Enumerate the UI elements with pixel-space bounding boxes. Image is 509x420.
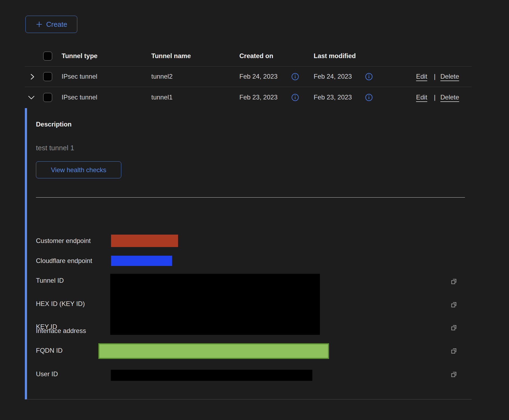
tunnel-name-cell: tunnel2 <box>151 66 173 87</box>
view-health-checks-button[interactable]: View health checks <box>36 161 121 178</box>
table-row: IPsec tunnel tunnel1 Feb 23, 2023 Feb 23… <box>25 87 472 108</box>
info-icon[interactable] <box>291 94 299 101</box>
user-id-redaction <box>111 370 312 381</box>
row-checkbox[interactable] <box>43 72 52 81</box>
tunnel-id-label: Tunnel ID <box>36 277 64 284</box>
cloudflare-endpoint-redaction <box>111 256 172 266</box>
customer-endpoint-label: Customer endpoint <box>36 237 91 245</box>
table-header-row: Tunnel type Tunnel name Created on Last … <box>25 46 472 66</box>
section-divider <box>36 197 465 198</box>
copy-icon[interactable] <box>450 370 458 378</box>
row-checkbox[interactable] <box>43 93 52 102</box>
table-row: IPsec tunnel tunnel2 Feb 24, 2023 Feb 24… <box>25 66 472 87</box>
info-icon[interactable] <box>365 73 373 81</box>
last-modified-cell: Feb 23, 2023 <box>314 87 352 108</box>
edit-link[interactable]: Edit <box>416 87 427 108</box>
action-separator: | <box>434 87 436 108</box>
info-icon[interactable] <box>291 73 299 81</box>
plus-icon <box>35 21 43 28</box>
copy-icon[interactable] <box>450 277 458 285</box>
key-id-label: KEY ID <box>36 323 57 331</box>
info-icon[interactable] <box>365 94 373 101</box>
header-tunnel-name: Tunnel name <box>151 46 191 66</box>
page-background: { "toolbar": { "create_label": "Create" … <box>0 0 509 420</box>
header-last-modified: Last modified <box>314 46 356 66</box>
action-separator: | <box>434 66 436 87</box>
customer-endpoint-redaction <box>111 235 178 247</box>
chevron-right-icon[interactable] <box>28 73 36 81</box>
delete-link[interactable]: Delete <box>440 87 459 108</box>
create-button[interactable]: Create <box>25 16 77 33</box>
created-on-cell: Feb 24, 2023 <box>239 66 277 87</box>
select-all-checkbox[interactable] <box>43 52 52 61</box>
fqdn-id-redaction <box>98 343 329 359</box>
delete-link[interactable]: Delete <box>440 66 459 87</box>
user-id-label: User ID <box>36 370 58 378</box>
fqdn-id-label: FQDN ID <box>36 347 63 354</box>
edit-link[interactable]: Edit <box>416 66 427 87</box>
copy-icon[interactable] <box>450 300 458 308</box>
cloudflare-endpoint-label: Cloudflare endpoint <box>36 257 92 265</box>
created-on-cell: Feb 23, 2023 <box>239 87 277 108</box>
tunnel-type-cell: IPsec tunnel <box>62 87 97 108</box>
hex-id-label: HEX ID (KEY ID) <box>36 300 85 308</box>
tunnel-details-panel: Description test tunnel 1 View health ch… <box>25 108 472 399</box>
last-modified-cell: Feb 24, 2023 <box>314 66 352 87</box>
copy-icon[interactable] <box>450 346 458 355</box>
header-tunnel-type: Tunnel type <box>62 46 98 66</box>
copy-icon[interactable] <box>450 323 458 331</box>
header-created-on: Created on <box>239 46 273 66</box>
tunnel-type-cell: IPsec tunnel <box>62 66 97 87</box>
create-button-label: Create <box>46 20 67 29</box>
tunnel-name-cell: tunnel1 <box>151 87 173 108</box>
description-label: Description <box>36 121 72 128</box>
chevron-down-icon[interactable] <box>27 94 36 102</box>
id-group-redaction <box>110 274 320 335</box>
description-value: test tunnel 1 <box>36 144 74 152</box>
